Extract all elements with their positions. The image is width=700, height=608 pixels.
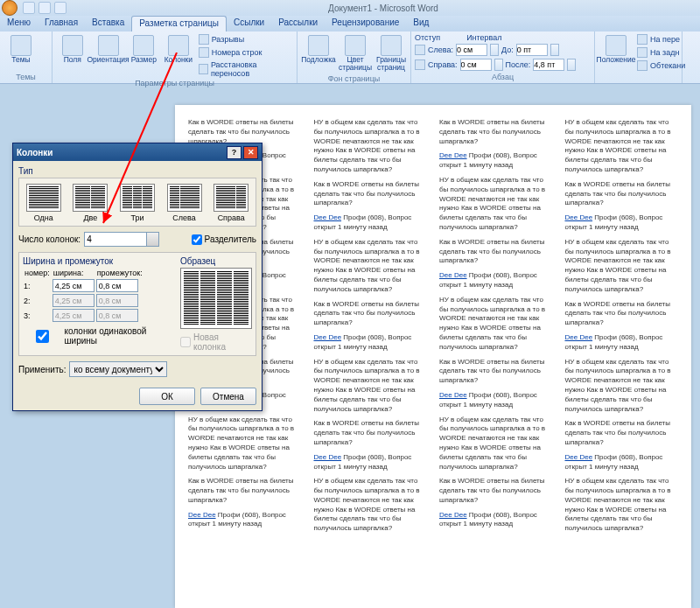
bring-front-button[interactable]: На пере [635,33,687,45]
tab-home[interactable]: Главная [38,16,85,31]
margins-icon [62,35,83,56]
tab-page-layout[interactable]: Разметка страницы [131,16,227,31]
watermark-icon [308,35,329,56]
themes-icon [10,35,32,56]
group-paragraph-label: Абзац [415,73,591,81]
breaks-button[interactable]: Разрывы [197,33,293,45]
tab-references[interactable]: Ссылки [227,16,271,31]
tab-mailings[interactable]: Рассылки [271,16,325,31]
breaks-icon [199,34,209,45]
gap-2-input [96,294,138,307]
sample-preview [180,268,252,329]
orientation-button[interactable]: Ориентация [91,33,126,66]
page-color-icon [345,35,366,56]
themes-button[interactable]: Темы [4,33,38,66]
watermark-button[interactable]: Подложка [301,33,336,66]
ok-button[interactable]: ОК [139,388,195,405]
divider-checkbox[interactable] [192,234,202,245]
qat-save-icon[interactable] [23,2,35,14]
size-icon [133,35,154,56]
gap-1-input[interactable] [96,279,138,292]
group-themes-label: Темы [4,73,48,81]
spinner[interactable] [490,44,499,56]
spacing-before-input[interactable] [516,44,548,56]
gap-3-input [96,309,138,322]
column-count-input[interactable] [84,232,147,247]
back-icon [637,47,648,58]
margins-button[interactable]: Поля [56,33,89,66]
new-column-checkbox [180,337,191,347]
equal-width-checkbox[interactable] [23,330,62,343]
page-borders-icon [381,35,402,56]
hyphenation-button[interactable]: Расстановка переносов [197,59,293,79]
position-button[interactable]: Положение [598,33,634,66]
indent-left-icon [415,45,425,55]
tab-menu[interactable]: Меню [0,16,38,31]
type-label: Тип [18,166,256,176]
indent-left-input[interactable] [456,44,487,56]
quick-access-toolbar [23,2,66,14]
size-button[interactable]: Размер [128,33,161,66]
line-numbers-button[interactable]: Номера строк [197,46,293,59]
close-button[interactable]: ✕ [243,146,258,159]
ribbon-tabs: Меню Главная Вставка Разметка страницы С… [0,16,700,31]
indent-right-icon [415,59,425,70]
count-label: Число колонок: [18,234,80,244]
group-page-bg-label: Фон страницы [301,74,407,83]
tab-review[interactable]: Рецензирование [325,16,406,31]
spinner[interactable] [494,59,503,71]
ribbon: Темы Темы Поля Ориентация Размер Колонки… [0,31,700,84]
width-2-input [52,294,94,307]
preset-three[interactable]: Три [116,184,158,222]
send-back-button[interactable]: На задн [635,46,687,59]
preset-one[interactable]: Одна [23,184,65,222]
position-icon [606,35,626,56]
width-3-input [52,309,94,322]
spacing-after-input[interactable] [533,59,564,71]
tab-insert[interactable]: Вставка [85,16,131,31]
front-icon [637,34,648,45]
preset-two[interactable]: Две [70,184,112,222]
preset-right[interactable]: Справа [210,184,252,222]
tab-view[interactable]: Вид [406,16,436,31]
dialog-title: Колонки [17,148,225,157]
qat-redo-icon[interactable] [54,2,66,14]
cancel-button[interactable]: Отмена [200,388,256,405]
spinner[interactable] [567,59,576,71]
columns-button[interactable]: Колонки [162,33,195,66]
wrap-icon [637,60,648,71]
spinner[interactable] [147,232,159,247]
office-button[interactable] [2,0,18,16]
indent-right-input[interactable] [460,59,492,71]
page-color-button[interactable]: Цвет страницы [338,33,373,74]
text-wrap-button[interactable]: Обтекани [635,59,687,72]
apply-to-select[interactable]: ко всему документу [69,361,167,377]
group-page-setup-label: Параметры страницы [56,79,293,87]
hyphenation-icon [199,64,208,74]
columns-dialog: Колонки ? ✕ Тип Одна Две Три Слева Справ… [12,143,262,411]
width-1-input[interactable] [52,279,94,292]
help-button[interactable]: ? [227,146,242,159]
page-borders-button[interactable]: Границы страниц [374,33,408,74]
window-title: Документ1 - Microsoft Word [66,3,700,13]
line-numbers-icon [199,47,209,58]
preset-left[interactable]: Слева [164,184,206,222]
spinner[interactable] [550,44,559,56]
columns-icon [168,35,189,56]
orientation-icon [98,35,119,56]
qat-undo-icon[interactable] [38,2,51,14]
